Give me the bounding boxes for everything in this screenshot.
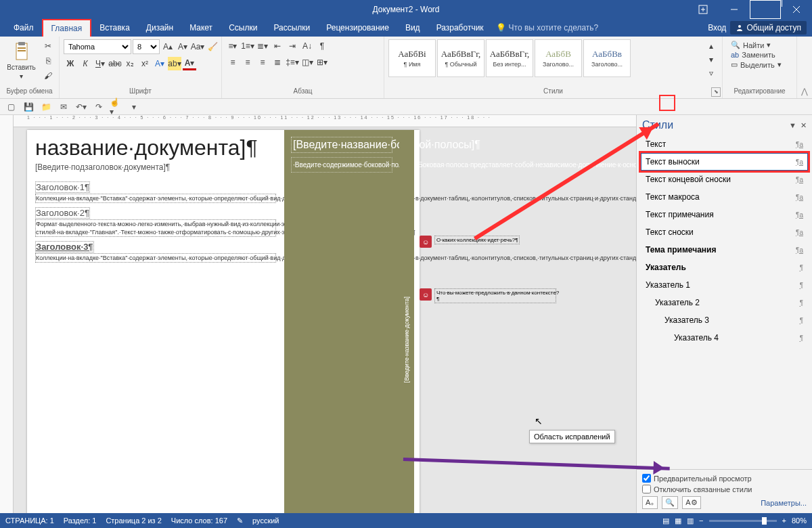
clear-formatting-button[interactable]: 🧹 — [206, 40, 219, 53]
vertical-ruler[interactable] — [0, 115, 14, 513]
sidebar-body[interactable]: ·Введите·содержимое·боковой·полосы.·Боко… — [291, 157, 392, 173]
bullets-button[interactable]: ≡▾ — [226, 39, 240, 53]
font-size-select[interactable]: 8 — [133, 39, 160, 54]
paste-button[interactable]: Вставить▾ — [4, 39, 39, 81]
comment-1[interactable]: ☺О·каких·коллекциях·идет·речь?¶ — [420, 236, 568, 248]
superscript-button[interactable]: x² — [138, 57, 152, 70]
sidebar-textbox[interactable]: [Введите·название·боковой·полосы]¶ ·Введ… — [284, 130, 399, 513]
tab-view[interactable]: Вид — [397, 20, 428, 36]
comment-2[interactable]: ☺Что·вы·можете·предложить·в·данном·конте… — [420, 288, 568, 303]
shrink-font-button[interactable]: A▾ — [176, 40, 189, 53]
status-proof-icon[interactable]: ✎ — [237, 516, 243, 525]
options-link[interactable]: Параметры... — [761, 499, 807, 507]
disable-linked-checkbox[interactable]: Отключить связанные стили — [642, 485, 807, 493]
styles-gallery[interactable]: АаБбВі¶ ИмяАаБбВвГг,¶ ОбычныйАаБбВвГг,Бе… — [388, 39, 702, 77]
style-gallery-item[interactable]: АаБбВвГг,¶ Обычный — [437, 39, 484, 77]
justify-button[interactable]: ≣ — [271, 56, 284, 69]
doc-title[interactable]: название·документа]¶ — [35, 137, 276, 160]
styles-list[interactable]: Текст¶aТекст выноски¶aТекст концевой сно… — [637, 135, 812, 469]
minimize-button[interactable] — [719, 0, 750, 19]
pane-close-icon[interactable]: ✕ — [800, 121, 807, 130]
increase-indent-button[interactable]: ⇥ — [286, 39, 299, 53]
tab-design[interactable]: Дизайн — [138, 20, 181, 36]
line-spacing-button[interactable]: ‡≡▾ — [286, 56, 299, 69]
align-left-button[interactable]: ≡ — [226, 56, 240, 69]
style-inspector-button[interactable]: 🔍 — [662, 496, 678, 509]
status-section[interactable]: Раздел: 1 — [64, 516, 97, 525]
styles-launcher[interactable]: ⬊ — [711, 87, 721, 97]
style-list-item[interactable]: Текст выноски¶a — [641, 153, 808, 171]
close-button[interactable] — [781, 0, 812, 19]
tab-insert[interactable]: Вставка — [91, 20, 138, 36]
restore-button[interactable] — [750, 0, 781, 19]
style-list-item[interactable]: Текст сноски¶a — [641, 223, 808, 241]
tab-layout[interactable]: Макет — [181, 20, 221, 36]
tab-developer[interactable]: Разработчик — [428, 20, 492, 36]
format-painter-button[interactable]: 🖌 — [41, 69, 55, 83]
qat-new[interactable]: ▢ — [4, 100, 18, 114]
styles-scroll-down[interactable]: ▾ — [704, 53, 718, 66]
show-marks-button[interactable]: ¶ — [315, 39, 329, 53]
style-list-item[interactable]: Тема примечания¶a — [641, 241, 808, 259]
style-gallery-item[interactable]: АаБбВвЗаголово... — [583, 39, 631, 77]
subscript-button[interactable]: x₂ — [123, 57, 137, 70]
share-button[interactable]: Общий доступ — [730, 21, 807, 35]
multilevel-button[interactable]: ≣▾ — [256, 39, 269, 53]
style-gallery-item[interactable]: АаБбВЗаголово... — [535, 39, 582, 77]
style-list-item[interactable]: Указатель 1¶ — [641, 276, 808, 294]
numbering-button[interactable]: 1≡▾ — [241, 39, 254, 53]
style-list-item[interactable]: Текст макроса¶a — [641, 188, 808, 206]
paragraph-3[interactable]: Коллекции·на·вкладке·"Вставка"·содержат·… — [35, 253, 276, 263]
select-button[interactable]: ▭ Выделить ▾ — [731, 60, 782, 69]
shading-button[interactable]: ◫▾ — [300, 56, 314, 69]
strike-button[interactable]: abc — [108, 57, 122, 70]
borders-button[interactable]: ⊞▾ — [315, 56, 329, 69]
style-list-item[interactable]: Текст¶a — [641, 135, 808, 153]
font-name-select[interactable]: Tahoma — [64, 39, 131, 54]
manage-styles-button[interactable]: A⚙ — [682, 496, 700, 509]
ribbon-options-icon[interactable] — [687, 0, 719, 19]
copy-button[interactable]: ⎘ — [41, 54, 55, 68]
style-list-item[interactable]: Текст концевой сноски¶a — [641, 171, 808, 188]
tell-me[interactable]: 💡 Что вы хотите сделать? — [496, 23, 599, 32]
zoom-in[interactable]: + — [782, 516, 786, 525]
style-list-item[interactable]: Указатель 4¶ — [641, 329, 808, 347]
underline-button[interactable]: Ч▾ — [93, 57, 107, 70]
zoom-slider[interactable] — [709, 520, 777, 522]
sort-button[interactable]: A↓ — [300, 39, 314, 53]
heading-3[interactable]: Заголовок·3¶ — [35, 241, 94, 252]
qat-open[interactable]: 📁 — [39, 100, 53, 114]
qat-save[interactable]: 💾 — [22, 100, 35, 114]
bold-button[interactable]: Ж — [64, 57, 77, 70]
collapse-ribbon-icon[interactable]: ⋀ — [797, 37, 812, 98]
qat-mail[interactable]: ✉ — [57, 100, 70, 114]
italic-button[interactable]: К — [78, 57, 92, 70]
qat-more[interactable]: ▾ — [127, 100, 141, 114]
align-center-button[interactable]: ≡ — [241, 56, 254, 69]
font-color-button[interactable]: A▾ — [183, 57, 196, 70]
grow-font-button[interactable]: A▴ — [161, 40, 175, 53]
document-page[interactable]: название·документа]¶ [Введите·подзаголов… — [27, 130, 420, 513]
styles-more[interactable]: ▿ — [704, 66, 718, 80]
qat-undo[interactable]: ↶▾ — [74, 100, 88, 114]
pane-dropdown-icon[interactable]: ▼ — [789, 121, 796, 130]
style-list-item[interactable]: Указатель 3¶ — [641, 311, 808, 329]
sidebar-title[interactable]: [Введите·название·боковой·полосы]¶ — [291, 137, 392, 153]
login-link[interactable]: Вход — [708, 23, 726, 32]
tab-references[interactable]: Ссылки — [221, 20, 265, 36]
paragraph-1[interactable]: Коллекции·на·вкладке·"Вставка"·содержат·… — [35, 194, 276, 203]
tab-home[interactable]: Главная — [42, 19, 92, 37]
horizontal-ruler[interactable]: 1 · · · 1 · · · 2 · · · 3 · · · 4 · · · … — [14, 115, 636, 127]
highlight-button[interactable]: ab▾ — [168, 57, 181, 70]
style-list-item[interactable]: Текст примечания¶a — [641, 206, 808, 223]
status-words[interactable]: Число слов: 167 — [171, 516, 227, 525]
align-right-button[interactable]: ≡ — [256, 56, 269, 69]
style-list-item[interactable]: Указатель 2¶ — [641, 294, 808, 311]
style-gallery-item[interactable]: АаБбВі¶ Имя — [388, 39, 436, 77]
find-button[interactable]: 🔍 Найти ▾ — [731, 41, 782, 49]
status-lang[interactable]: русский — [252, 516, 279, 525]
zoom-value[interactable]: 80% — [792, 516, 807, 525]
status-page[interactable]: СТРАНИЦА: 1 — [5, 516, 54, 525]
view-read-icon[interactable]: ▤ — [662, 516, 669, 525]
text-effects-button[interactable]: A▾ — [153, 57, 166, 70]
